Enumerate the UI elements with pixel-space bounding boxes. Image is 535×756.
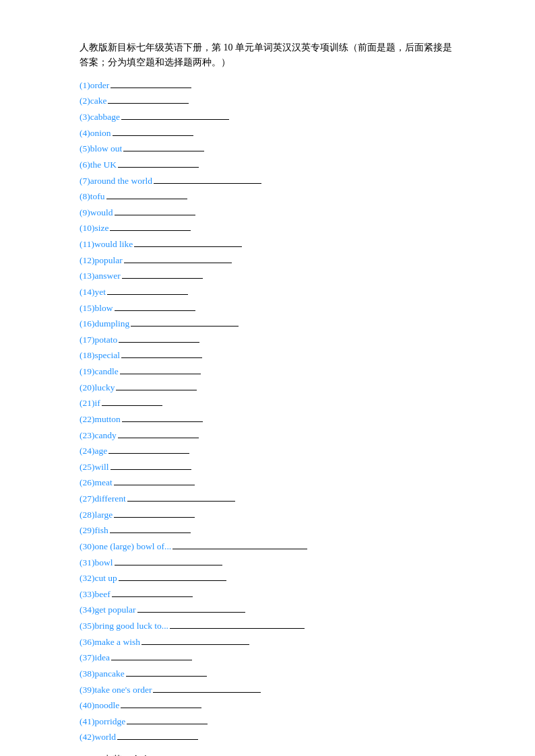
q33: (33)beef (80, 586, 455, 603)
q42: (42)world (80, 729, 455, 745)
q8: (8)tofu (80, 188, 455, 205)
q20: (20)lucky (80, 380, 455, 396)
q27: (27)different (80, 491, 455, 507)
q29: (29)fish (80, 522, 455, 539)
q25: (25)will (80, 459, 455, 475)
q35: (35)bring good luck to... (80, 618, 455, 634)
q32: (32)cut up (80, 570, 455, 586)
q24: (24)age (80, 443, 455, 459)
q22: (22)mutton (80, 411, 455, 427)
questions-section: (1)order (2)cake (3)cabbage (4)onion (5)… (80, 77, 455, 745)
q10: (10)size (80, 220, 455, 236)
q18: (18)special (80, 347, 455, 364)
q2: (2)cake (80, 93, 455, 109)
q1: (1)order (80, 77, 455, 94)
a1: (1)n.v.点菜；命令 (80, 752, 455, 756)
q41: (41)porridge (80, 714, 455, 730)
q36: (36)make a wish (80, 634, 455, 650)
q15: (15)blow (80, 300, 455, 316)
q38: (38)pancake (80, 666, 455, 682)
q31: (31)bowl (80, 555, 455, 571)
answers-section: (1)n.v.点菜；命令 (2)n.蛋糕 (3)n.卷心菜；洋白菜 (4)n.洋… (80, 752, 455, 756)
q16: (16)dumpling (80, 316, 455, 332)
q19: (19)candle (80, 364, 455, 380)
q11: (11)would like (80, 236, 455, 252)
intro-text: 人教版新目标七年级英语下册，第 10 单元单词英汉汉英专项训练（前面是题，后面紧… (80, 40, 455, 71)
q23: (23)candy (80, 427, 455, 444)
q12: (12)popular (80, 252, 455, 269)
q37: (37)idea (80, 650, 455, 666)
q30: (30)one (large) bowl of... (80, 539, 455, 555)
q14: (14)yet (80, 284, 455, 300)
q34: (34)get popular (80, 602, 455, 618)
q3: (3)cabbage (80, 109, 455, 125)
q17: (17)potato (80, 332, 455, 348)
q7: (7)around the world (80, 173, 455, 189)
q40: (40)noodle (80, 697, 455, 714)
q13: (13)answer (80, 268, 455, 284)
q39: (39)take one's order (80, 682, 455, 698)
q9: (9)would (80, 205, 455, 221)
q21: (21)if (80, 395, 455, 411)
q5: (5)blow out (80, 141, 455, 157)
q28: (28)large (80, 507, 455, 523)
q6: (6)the UK (80, 157, 455, 173)
q4: (4)onion (80, 125, 455, 141)
q26: (26)meat (80, 475, 455, 491)
